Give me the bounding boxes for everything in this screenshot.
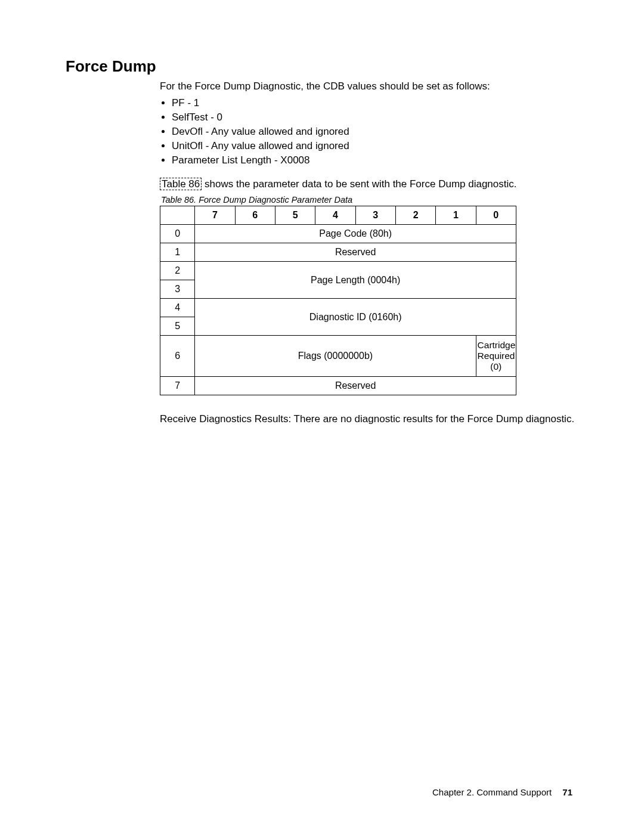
table-header-row: 7 6 5 4 3 2 1 0 — [160, 206, 516, 225]
list-item: PF - 1 — [172, 97, 578, 109]
footer-chapter: Chapter 2. Command Support — [432, 787, 552, 797]
footer-page-number: 71 — [562, 787, 572, 797]
bit-header: 6 — [235, 206, 275, 225]
cdb-value-list: PF - 1 SelfTest - 0 DevOfl - Any value a… — [160, 97, 578, 166]
table-caption: Table 86. Force Dump Diagnostic Paramete… — [161, 195, 578, 205]
bit-header: 7 — [195, 206, 235, 225]
bit-header: 0 — [476, 206, 516, 225]
page-footer: Chapter 2. Command Support 71 — [432, 787, 572, 797]
byte-index-cell: 6 — [160, 336, 195, 377]
bit-header: 5 — [275, 206, 315, 225]
section-heading: Force Dump — [66, 57, 578, 76]
list-item: UnitOfl - Any value allowed and ignored — [172, 140, 578, 152]
byte-index-cell: 2 — [160, 262, 195, 280]
table-row: 6 Flags (0000000b) Cartridge Required (0… — [160, 336, 516, 377]
intro-paragraph: For the Force Dump Diagnostic, the CDB v… — [160, 80, 578, 92]
field-cell: Page Length (0004h) — [195, 262, 516, 299]
field-cell: Diagnostic ID (0160h) — [195, 299, 516, 336]
table-row: 7 Reserved — [160, 377, 516, 395]
table-reference-link[interactable]: Table 86 — [160, 178, 202, 190]
results-paragraph: Receive Diagnostics Results: There are n… — [160, 413, 578, 425]
field-cell: Flags (0000000b) — [195, 336, 476, 377]
byte-index-cell: 5 — [160, 317, 195, 336]
field-cell: Reserved — [195, 243, 516, 262]
field-cell: Page Code (80h) — [195, 225, 516, 243]
bit-header: 3 — [355, 206, 395, 225]
table-row: 1 Reserved — [160, 243, 516, 262]
table-row: 2 Page Length (0004h) — [160, 262, 516, 280]
field-cell: Cartridge Required (0) — [476, 336, 516, 377]
list-item: DevOfl - Any value allowed and ignored — [172, 126, 578, 138]
byte-index-cell: 7 — [160, 377, 195, 395]
field-cell: Reserved — [195, 377, 516, 395]
table-reference-paragraph: Table 86 shows the parameter data to be … — [160, 178, 578, 190]
list-item: Parameter List Length - X0008 — [172, 154, 578, 166]
table-reference-tail: shows the parameter data to be sent with… — [202, 178, 516, 190]
bit-header: 2 — [395, 206, 435, 225]
byte-index-cell: 1 — [160, 243, 195, 262]
table-row: 4 Diagnostic ID (0160h) — [160, 299, 516, 317]
corner-cell — [160, 206, 195, 225]
byte-index-cell: 3 — [160, 280, 195, 299]
parameter-data-table: 7 6 5 4 3 2 1 0 0 Page Code (80h) 1 Rese… — [160, 206, 516, 395]
list-item: SelfTest - 0 — [172, 112, 578, 123]
bit-header: 1 — [436, 206, 476, 225]
byte-index-cell: 0 — [160, 225, 195, 243]
byte-index-cell: 4 — [160, 299, 195, 317]
table-row: 0 Page Code (80h) — [160, 225, 516, 243]
bit-header: 4 — [315, 206, 355, 225]
